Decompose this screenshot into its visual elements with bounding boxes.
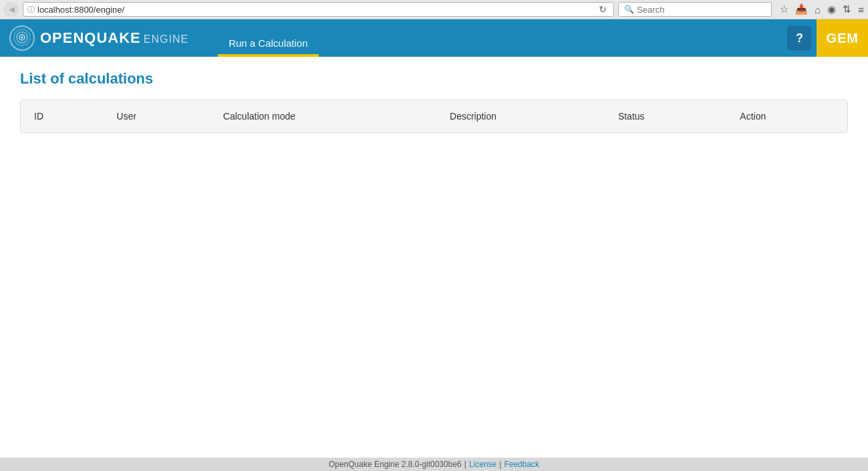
pocket-icon[interactable]: ◉ <box>827 3 836 15</box>
address-bar-wrap: ⓘ ↻ <box>23 2 614 17</box>
footer-separator-1: | <box>464 460 466 469</box>
help-button[interactable]: ? <box>787 26 811 50</box>
col-description: Description <box>436 100 605 132</box>
downloads-icon[interactable]: 📥 <box>795 3 808 15</box>
calculations-table-wrap: ID User Calculation mode Description Sta… <box>20 100 848 133</box>
app-name-text: OPENQUAKE <box>40 29 141 46</box>
app-footer: OpenQuake Engine 2.8.0-git0030be6 | Lice… <box>0 458 868 471</box>
search-bar-wrap: 🔍 <box>618 2 772 17</box>
bookmark-icon[interactable]: ☆ <box>780 3 788 15</box>
app-title: OPENQUAKEENGINE <box>40 29 188 47</box>
app-header: OPENQUAKEENGINE Run a Calculation ? GEM <box>0 19 868 57</box>
menu-icon[interactable]: ≡ <box>858 4 864 15</box>
col-status: Status <box>605 100 726 132</box>
back-button[interactable]: ◀ <box>4 2 19 17</box>
secure-icon: ⓘ <box>27 5 35 15</box>
col-action: Action <box>726 100 847 132</box>
calculations-table: ID User Calculation mode Description Sta… <box>21 100 847 132</box>
refresh-button[interactable]: ↻ <box>596 4 609 15</box>
address-input[interactable] <box>37 5 593 15</box>
nav-tab-run-calculation[interactable]: Run a Calculation <box>218 31 318 57</box>
col-calc-mode: Calculation mode <box>210 100 436 132</box>
feedback-link[interactable]: Feedback <box>504 460 539 469</box>
seismic-logo <box>9 25 35 51</box>
table-header-row: ID User Calculation mode Description Sta… <box>21 100 847 132</box>
svg-point-3 <box>21 36 23 38</box>
seismic-waves <box>12 27 32 49</box>
search-icon: 🔍 <box>624 5 634 14</box>
gem-logo: GEM <box>817 19 868 57</box>
sync-icon[interactable]: ⇅ <box>843 3 851 15</box>
license-link[interactable]: License <box>469 460 496 469</box>
footer-text: OpenQuake Engine 2.8.0-git0030be6 <box>329 460 462 469</box>
browser-toolbar: ◀ ⓘ ↻ 🔍 ☆ 📥 ⌂ ◉ ⇅ ≡ <box>0 0 868 19</box>
app-subtitle-text: ENGINE <box>144 33 188 45</box>
seismic-circle <box>9 25 35 51</box>
page-content: List of calculations ID User Calculation… <box>0 57 868 146</box>
col-user: User <box>104 100 210 132</box>
footer-separator-2: | <box>499 460 501 469</box>
toolbar-icons: ☆ 📥 ⌂ ◉ ⇅ ≡ <box>776 3 864 15</box>
page-title: List of calculations <box>20 70 848 88</box>
table-header: ID User Calculation mode Description Sta… <box>21 100 847 132</box>
col-id: ID <box>21 100 104 132</box>
search-input[interactable] <box>637 5 766 15</box>
app-nav: Run a Calculation <box>218 19 318 57</box>
home-icon[interactable]: ⌂ <box>815 4 821 15</box>
app-logo: OPENQUAKEENGINE <box>0 19 198 57</box>
browser-chrome: ◀ ⓘ ↻ 🔍 ☆ 📥 ⌂ ◉ ⇅ ≡ <box>0 0 868 19</box>
app-header-right: ? GEM <box>787 19 868 57</box>
